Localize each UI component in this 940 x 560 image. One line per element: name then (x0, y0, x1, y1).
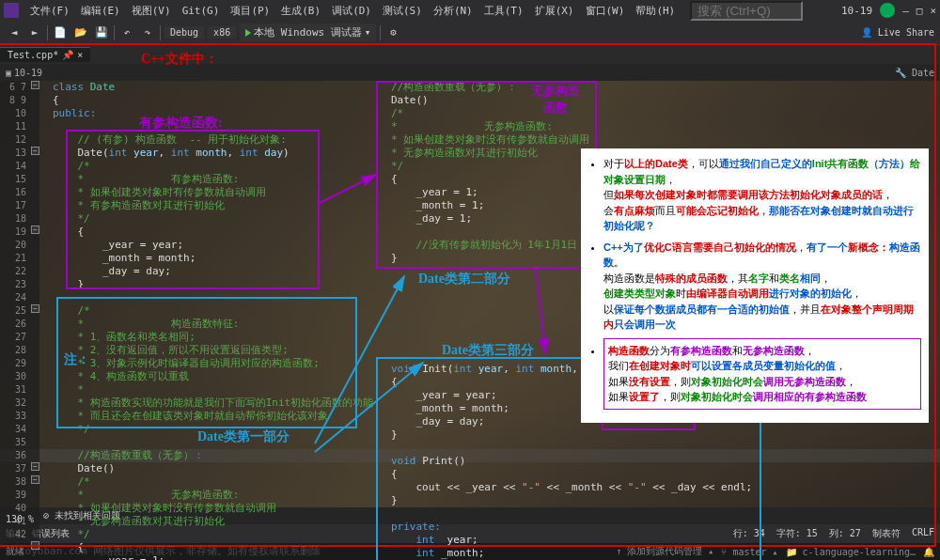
annotation-part2: Date类第二部分 (418, 271, 510, 288)
repo-name[interactable]: 📁 c-language-learning… (786, 547, 916, 557)
chevron-down-icon: ▾ (365, 26, 371, 39)
menu-debug[interactable]: 调试(D) (326, 4, 377, 18)
info-item-3: 构造函数分为有参构造函数和无参构造函数， 我们在创建对象时可以设置各成员变量初始… (603, 338, 921, 410)
open-icon[interactable]: 📂 (72, 24, 89, 41)
menubar: 文件(F) 编辑(E) 视图(V) Git(G) 项目(P) 生成(B) 调试(… (0, 0, 940, 21)
menu-project[interactable]: 项目(P) (225, 4, 275, 18)
menu-file[interactable]: 文件(F) (24, 4, 75, 18)
live-share-button[interactable]: 👤 Live Share (861, 27, 934, 38)
annotation-part1: Date类第一部分 (197, 428, 290, 445)
toolbar: ◄ ► 📄 📂 💾 ↶ ↷ Debug x86 本地 Windows 调试器 ▾… (0, 21, 940, 45)
line-numbers: 6 7 8 9 10 11 12 13 14 15 16 17 18 19 20… (0, 81, 30, 541)
info-panel: 对于以上的Date类，可以通过我们自己定义的Init共有函数（方法）给对象设置日… (581, 148, 929, 423)
user-avatar-icon[interactable] (880, 3, 895, 18)
menu-test[interactable]: 测试(S) (377, 4, 428, 18)
annotation-noparam: 无参构造 函数 (531, 83, 580, 117)
file-tab-label: Test.cpp* (8, 50, 58, 60)
menu-analyze[interactable]: 分析(N) (428, 4, 478, 18)
annotation-param-ctor: 有参构造函数: (139, 115, 223, 132)
run-button[interactable]: 本地 Windows 调试器 ▾ (240, 23, 376, 41)
status-char[interactable]: 字符: 15 (776, 527, 818, 540)
toolbar-icon[interactable]: ⚙ (384, 24, 401, 41)
file-tab-testcpp[interactable]: Test.cpp* 📌 × (0, 47, 90, 62)
pin-icon[interactable]: 📌 (62, 50, 73, 60)
zoom-indicator[interactable]: 130 % (6, 514, 34, 524)
minimize-icon[interactable]: — (902, 5, 909, 17)
solution-name: 10-19 (841, 5, 872, 17)
watermark: toyoban.com 网络图片仅供展示，非存储。如有侵权请联系删除 (19, 544, 321, 558)
annotation-cpp-file: C++文件中： (141, 51, 218, 68)
annotation-part3: Date类第三部分 (442, 342, 534, 359)
breadcrumb-class[interactable]: 🔧 Date (895, 68, 934, 78)
play-icon (245, 29, 251, 37)
breadcrumb-project[interactable]: 10-19 (14, 68, 42, 78)
run-label: 本地 Windows 调试器 (254, 25, 362, 39)
menu-tools[interactable]: 工具(T) (478, 4, 529, 18)
info-item-1: 对于以上的Date类，可以通过我们自己定义的Init共有函数（方法）给对象设置日… (603, 156, 921, 234)
status-enc[interactable]: CRLF (912, 527, 934, 540)
menu-window[interactable]: 窗口(W) (580, 4, 631, 18)
annotation-note: 注： (64, 351, 90, 368)
menu-git[interactable]: Git(G) (177, 5, 226, 17)
maximize-icon[interactable]: □ (916, 5, 923, 17)
search-input[interactable] (690, 1, 803, 21)
notification-icon[interactable]: 🔔 (923, 547, 934, 557)
menu-view[interactable]: 视图(V) (126, 4, 177, 18)
save-icon[interactable]: 💾 (93, 24, 110, 41)
menu-edit[interactable]: 编辑(E) (75, 4, 126, 18)
forward-icon[interactable]: ► (26, 24, 43, 41)
project-icon: ▣ (6, 68, 11, 78)
editor[interactable]: 6 7 8 9 10 11 12 13 14 15 16 17 18 19 20… (0, 81, 940, 543)
vs-logo-icon (4, 3, 19, 18)
menu-help[interactable]: 帮助(H) (630, 4, 681, 18)
platform-dropdown[interactable]: x86 (208, 26, 236, 39)
info-item-2: C++为了优化C语言需要自己初始化的情况，有了一个新概念：构造函数。 构造函数是… (603, 240, 921, 333)
status-col[interactable]: 列: 27 (829, 527, 861, 540)
close-icon[interactable]: × (930, 5, 936, 17)
config-dropdown[interactable]: Debug (164, 26, 204, 39)
menu-build[interactable]: 生成(B) (275, 4, 326, 18)
close-tab-icon[interactable]: × (77, 50, 83, 60)
back-icon[interactable]: ◄ (6, 24, 23, 41)
new-icon[interactable]: 📄 (52, 24, 69, 41)
redo-icon[interactable]: ↷ (139, 24, 156, 41)
status-spaces[interactable]: 制表符 (872, 527, 901, 540)
menu-ext[interactable]: 扩展(X) (529, 4, 580, 18)
undo-icon[interactable]: ↶ (118, 24, 135, 41)
